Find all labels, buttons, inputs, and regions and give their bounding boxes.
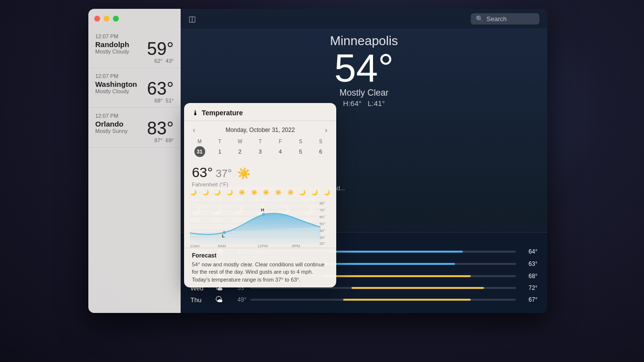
randolph-name: Randolph xyxy=(95,40,129,49)
cal-day[interactable]: 4 xyxy=(275,146,286,157)
forecast-text-body: 54° now and mostly clear. Clear conditio… xyxy=(192,261,328,284)
forecast-bar xyxy=(317,263,455,265)
orlando-condition: Mostly Sunny xyxy=(95,128,128,134)
calendar-header: ‹ Monday, October 31, 2022 › xyxy=(190,125,330,135)
svg-text:50°: 50° xyxy=(320,222,325,226)
forecast-day-label: Thu xyxy=(190,296,215,304)
washington-temp: 63° xyxy=(147,80,174,98)
popup-hourly-icon: 🌙 xyxy=(226,189,233,196)
hero-high: H:64° xyxy=(343,99,362,107)
washington-condition: Mostly Cloudy xyxy=(95,88,137,94)
calendar-grid: MTWTFSS31123456 xyxy=(190,138,330,157)
sidebar-item-randolph[interactable]: 12:07 PM Randolph Mostly Cloudy 59° 62° … xyxy=(88,28,181,68)
randolph-condition: Mostly Cloudy xyxy=(95,49,129,54)
forecast-row: Thu 🌤 49° 67° xyxy=(190,294,537,305)
svg-point-16 xyxy=(223,231,226,234)
sidebar-toggle-button[interactable]: ◫ xyxy=(188,14,196,24)
popup-temp-low: 37° xyxy=(215,167,232,180)
svg-text:80°: 80° xyxy=(320,201,325,206)
cal-day[interactable]: 5 xyxy=(295,146,306,157)
svg-text:12am: 12am xyxy=(190,244,200,247)
popup-hourly-icon: 🌙 xyxy=(214,189,221,196)
forecast-bar xyxy=(324,275,471,277)
temperature-chart: 80° 70° 60° 50° 40° 30° 20° xyxy=(184,199,336,248)
popup-hourly-icon: 🌙 xyxy=(311,189,318,196)
svg-text:L: L xyxy=(222,233,225,238)
forecast-high-temp: 72° xyxy=(520,284,537,291)
forecast-high-temp: 64° xyxy=(520,248,537,255)
popup-hourly-icon: 🌙 xyxy=(202,189,209,196)
temp-range-display: 63° 37° ☀️ xyxy=(184,161,336,182)
popup-header: 🌡 Temperature xyxy=(184,103,336,121)
cal-day-header: M xyxy=(190,138,209,145)
cal-day[interactable]: 1 xyxy=(215,146,225,157)
forecast-text-title: Forecast xyxy=(192,252,328,259)
city-hero: Minneapolis 54° Mostly Clear H:64° L:41° xyxy=(181,33,547,107)
cal-day[interactable]: 6 xyxy=(315,146,326,157)
cal-day-header: S xyxy=(311,138,330,145)
popup-hourly-icon: ☀️ xyxy=(263,189,269,196)
orlando-temp: 83° xyxy=(147,120,174,137)
locations-sidebar: 12:07 PM Randolph Mostly Cloudy 59° 62° … xyxy=(88,9,181,313)
search-label: Search xyxy=(486,15,507,23)
forecast-high-temp: 67° xyxy=(520,296,537,303)
popup-hourly-icon: 🌙 xyxy=(323,189,330,196)
minimize-button[interactable] xyxy=(104,16,109,22)
hero-city-name: Minneapolis xyxy=(181,33,547,49)
cal-next-button[interactable]: › xyxy=(322,125,330,135)
popup-hourly-icon: ☀️ xyxy=(287,189,294,196)
svg-text:12PM: 12PM xyxy=(258,244,268,247)
temp-chart-svg: 80° 70° 60° 50° 40° 30° 20° xyxy=(190,201,330,247)
popup-hourly-icon: 🌙 xyxy=(190,189,197,196)
hero-temperature: 54° xyxy=(181,49,547,88)
thermometer-icon: 🌡 xyxy=(192,109,199,117)
hero-condition: Mostly Clear xyxy=(181,88,547,98)
cal-day-header: W xyxy=(230,138,249,145)
forecast-text-section: Forecast 54° now and mostly clear. Clear… xyxy=(184,248,336,287)
popup-hourly-icon: 🌙 xyxy=(299,189,306,196)
cal-day-header: F xyxy=(271,138,290,145)
temp-unit-label: Fahrenheit (°F) xyxy=(184,181,336,187)
forecast-bar xyxy=(330,251,463,253)
washington-name: Washington xyxy=(95,80,137,88)
close-button[interactable] xyxy=(94,16,100,22)
popup-calendar: ‹ Monday, October 31, 2022 › MTWTFSS3112… xyxy=(184,121,336,161)
cal-day-header: T xyxy=(250,138,269,145)
calendar-month-label: Monday, October 31, 2022 xyxy=(225,127,295,133)
popup-hourly-icon: ☀️ xyxy=(251,189,258,196)
location-list: 12:07 PM Randolph Mostly Cloudy 59° 62° … xyxy=(88,28,181,313)
popup-sun-icon: ☀️ xyxy=(237,167,250,180)
forecast-high-temp: 63° xyxy=(520,260,537,267)
svg-text:70°: 70° xyxy=(320,208,325,212)
cal-day[interactable]: 31 xyxy=(194,146,205,157)
search-box[interactable]: 🔍 Search xyxy=(471,13,539,25)
cal-day-header: T xyxy=(210,138,229,145)
forecast-weather-icon: 🌤 xyxy=(215,295,229,304)
svg-text:6PM: 6PM xyxy=(292,244,300,247)
popup-hourly-icon: ☀️ xyxy=(239,189,245,196)
cal-day[interactable]: 2 xyxy=(235,146,245,157)
search-icon: 🔍 xyxy=(476,15,483,23)
hero-low: L:41° xyxy=(368,99,385,107)
svg-text:60°: 60° xyxy=(320,215,325,219)
cal-day[interactable]: 3 xyxy=(255,146,266,157)
forecast-bar xyxy=(343,299,471,301)
svg-point-14 xyxy=(262,213,265,216)
randolph-temp: 59° xyxy=(147,40,174,58)
window-titlebar xyxy=(88,9,181,28)
forecast-high-temp: 68° xyxy=(520,273,537,280)
main-topbar: ◫ 🔍 Search xyxy=(181,9,547,28)
orlando-name: Orlando xyxy=(95,120,128,128)
popup-title: Temperature xyxy=(202,109,243,117)
cal-prev-button[interactable]: ‹ xyxy=(190,125,198,135)
svg-text:H: H xyxy=(261,207,265,212)
temperature-popup: 🌡 Temperature ‹ Monday, October 31, 2022… xyxy=(184,103,336,287)
svg-text:6AM: 6AM xyxy=(218,244,226,247)
cal-day-header: S xyxy=(291,138,310,145)
sidebar-item-washington[interactable]: 12:07 PM Washington Mostly Cloudy 63° 68… xyxy=(88,68,181,108)
sidebar-item-orlando[interactable]: 12:07 PM Orlando Mostly Sunny 83° 87° 69… xyxy=(88,108,181,148)
forecast-bar-container xyxy=(250,299,516,301)
popup-temp-high: 63° xyxy=(192,165,213,181)
maximize-button[interactable] xyxy=(113,16,119,22)
forecast-bar xyxy=(351,287,484,289)
